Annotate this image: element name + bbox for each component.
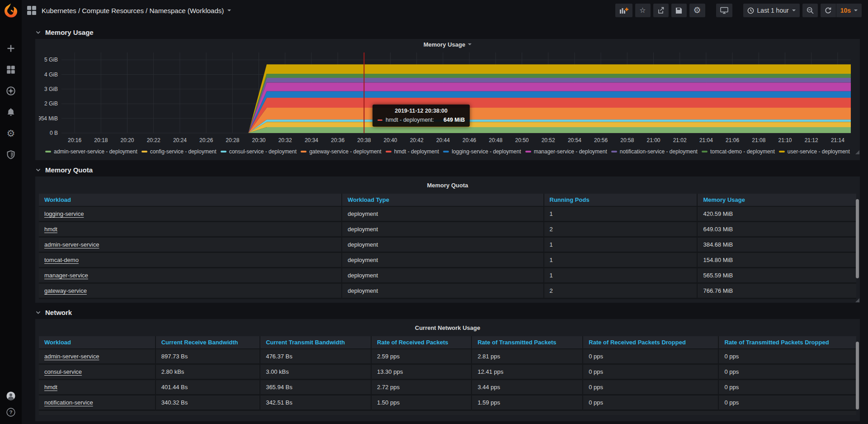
column-header[interactable]: Rate of Received Packets [371, 336, 471, 349]
sidebar-bottom: ? [6, 391, 15, 417]
refresh-interval-picker[interactable]: 10s [836, 4, 862, 17]
plus-icon[interactable] [6, 44, 15, 53]
column-header[interactable]: Rate of Transmitted Packets Dropped [718, 336, 856, 349]
panel-title-text: Memory Quota [427, 182, 468, 189]
workload-link[interactable]: admin-server-service [44, 241, 99, 248]
panel-resize-handle[interactable] [855, 298, 859, 302]
x-axis-label: 20:52 [542, 137, 555, 143]
table-cell: deployment [341, 238, 543, 253]
legend-item[interactable]: consul-service - deployment [221, 148, 297, 155]
section-row-network[interactable]: Network [35, 305, 860, 319]
legend-label: config-service - deployment [150, 148, 217, 155]
legend-item[interactable]: gateway-service - deployment [301, 148, 381, 155]
star-button[interactable]: ☆ [635, 4, 651, 17]
zoom-out-button[interactable] [802, 4, 818, 17]
settings-gear-button[interactable]: ⚙ [689, 4, 705, 17]
x-axis-label: 20:40 [383, 137, 397, 143]
series-color-dash [377, 119, 382, 121]
table-row: admin-server-servicedeployment1384.68 Mi… [39, 238, 856, 253]
share-button[interactable] [653, 4, 669, 17]
table-row: hmdtdeployment2649.03 MiB [39, 222, 856, 238]
workload-link[interactable]: logging-service [44, 210, 84, 217]
column-header[interactable]: Workload [39, 336, 155, 349]
time-range-picker[interactable]: Last 1 hour [743, 4, 800, 17]
legend-item[interactable]: config-service - deployment [142, 148, 217, 155]
column-header[interactable]: Rate of Transmitted Packets [471, 336, 582, 349]
add-panel-button[interactable] [615, 4, 632, 17]
x-axis-label: 21:08 [752, 137, 765, 143]
column-header[interactable]: Workload [39, 194, 341, 207]
workload-cell: hmdt [39, 222, 341, 238]
table-row: notification-service340.32 Bs342.51 Bs1.… [39, 395, 856, 411]
panel-resize-handle[interactable] [855, 150, 859, 154]
table-cell: 1 [543, 238, 697, 253]
legend-item[interactable]: notification-service - deployment [611, 148, 698, 155]
legend-item[interactable]: user-service - deployment [779, 148, 850, 155]
table-cell: 12.41 pps [471, 365, 582, 380]
workload-link[interactable]: hmdt [44, 384, 57, 391]
workload-cell: consul-service [39, 365, 155, 380]
column-header[interactable]: Current Transmit Bandwidth [259, 336, 371, 349]
workload-link[interactable]: consul-service [44, 368, 82, 375]
network-panel-title[interactable]: Current Network Usage [39, 319, 856, 336]
workload-link[interactable]: manager-service [44, 272, 88, 279]
legend-item[interactable]: manager-service - deployment [525, 148, 607, 155]
help-icon[interactable]: ? [6, 408, 15, 417]
column-header[interactable]: Memory Usage [697, 194, 856, 207]
memory-usage-chart[interactable]: 0 B954 MiB2 GiB3 GiB4 GiB5 GiB20:1620:18… [35, 50, 860, 155]
table-scrollbar[interactable] [856, 342, 859, 410]
workload-cell: admin-server-service [39, 238, 341, 253]
cycle-view-monitor-button[interactable] [716, 4, 732, 17]
legend-item[interactable]: admin-server-service - deployment [45, 148, 137, 155]
x-axis-label: 20:22 [147, 137, 160, 143]
explore-compass-icon[interactable] [6, 86, 15, 95]
legend-item[interactable]: logging-service - deployment [443, 148, 521, 155]
workload-link[interactable]: tomcat-demo [44, 257, 79, 263]
table-cell: 0 pps [582, 349, 718, 365]
y-axis-label: 0 B [50, 130, 58, 136]
configuration-gear-icon[interactable]: ⚙ [6, 129, 15, 138]
table-cell: 0 pps [582, 395, 718, 411]
memory-quota-table: WorkloadWorkload TypeRunning PodsMemory … [39, 194, 856, 299]
section-row-memory-usage[interactable]: Memory Usage [35, 25, 860, 39]
refresh-button[interactable] [821, 4, 836, 17]
x-axis-label: 21:00 [646, 137, 660, 143]
memory-quota-panel-title[interactable]: Memory Quota [39, 176, 856, 194]
memory-usage-panel-title[interactable]: Memory Usage [35, 39, 860, 50]
legend-item[interactable]: hmdt - deployment [386, 148, 439, 155]
x-axis-label: 20:28 [226, 137, 239, 143]
table-cell: deployment [341, 207, 543, 222]
workload-link[interactable]: hmdt [44, 226, 57, 233]
table-header-row: WorkloadCurrent Receive BandwidthCurrent… [39, 336, 856, 349]
section-row-memory-quota[interactable]: Memory Quota [35, 163, 860, 176]
server-admin-shield-icon[interactable] [6, 150, 15, 159]
legend-color-dash [779, 151, 785, 152]
column-header[interactable]: Workload Type [341, 194, 543, 207]
table-scrollbar[interactable] [856, 199, 859, 278]
grafana-app: ⚙ ? Kubernetes / Compute Resources / Nam… [0, 0, 868, 424]
legend-item[interactable]: tomcat-demo - deployment [702, 148, 775, 155]
grafana-logo-icon[interactable] [2, 2, 19, 19]
workload-link[interactable]: notification-service [44, 399, 93, 406]
workload-link[interactable]: admin-server-service [44, 353, 99, 360]
table-header-row: WorkloadWorkload TypeRunning PodsMemory … [39, 194, 856, 207]
table-cell: 0 pps [582, 380, 718, 395]
column-header[interactable]: Rate of Received Packets Dropped [582, 336, 718, 349]
table-cell: 2.81 pps [471, 349, 582, 365]
column-header[interactable]: Current Receive Bandwidth [155, 336, 259, 349]
workload-cell: notification-service [39, 395, 155, 411]
legend-color-dash [301, 151, 307, 152]
dashboard-title[interactable]: Kubernetes / Compute Resources / Namespa… [42, 7, 231, 14]
user-avatar[interactable] [6, 391, 15, 400]
stacked-area-chart[interactable]: 0 B954 MiB2 GiB3 GiB4 GiB5 GiB20:1620:18… [39, 50, 856, 146]
table-cell: 340.32 Bs [155, 395, 259, 411]
column-header[interactable]: Running Pods [543, 194, 697, 207]
memory-usage-panel: Memory Usage 0 B954 MiB2 GiB3 GiB4 GiB5 … [35, 39, 860, 160]
legend-color-dash [525, 151, 531, 152]
save-button[interactable] [671, 4, 687, 17]
table-cell: 0 pps [718, 395, 856, 411]
workload-link[interactable]: gateway-service [44, 287, 87, 294]
dashboards-grid-icon[interactable] [6, 65, 15, 74]
alerting-bell-icon[interactable] [6, 108, 15, 117]
apps-grid-icon[interactable] [27, 6, 36, 15]
